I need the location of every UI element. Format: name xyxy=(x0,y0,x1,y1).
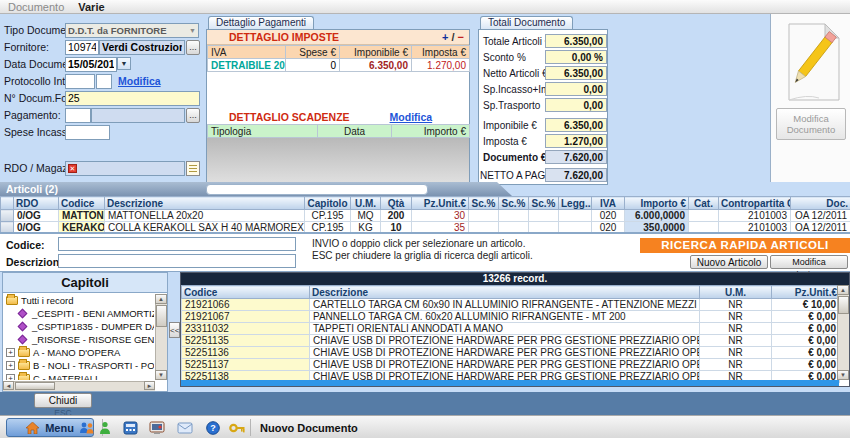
scadenze-col-importo[interactable]: Importo € xyxy=(392,125,470,138)
pagamento-desc-field[interactable] xyxy=(91,108,185,123)
record-row[interactable]: 52251137 CHIAVE USB DI PROTEZIONE HARDWA… xyxy=(182,359,840,371)
imposte-col-spese[interactable]: Spese € xyxy=(286,46,340,59)
scroll-thumb[interactable] xyxy=(838,296,849,314)
netto-a-pagare-value: 7.620,00 xyxy=(545,168,607,182)
col-doc[interactable]: Doc. xyxy=(791,197,850,210)
tree-item-materiali[interactable]: + C - MATERIALI xyxy=(4,372,154,380)
mail-icon[interactable] xyxy=(176,419,193,436)
expand-plus-icon[interactable]: + xyxy=(6,361,15,370)
rdo-field[interactable]: ✕ xyxy=(65,161,185,176)
scadenze-modifica-link[interactable]: Modifica xyxy=(390,111,433,123)
col-descrizione[interactable]: Descrizione xyxy=(105,197,305,210)
scroll-down-icon[interactable]: ▼ xyxy=(837,370,849,380)
col-importo[interactable]: Importo € xyxy=(625,197,689,210)
record-row[interactable]: 23311032 TAPPETI ORIENTALI ANNODATI A MA… xyxy=(182,323,840,335)
tree-item-csptip1835[interactable]: _CSPTIP1835 - DUMPER DA CAVA xyxy=(4,320,154,333)
scadenze-col-tipologia[interactable]: Tipologia xyxy=(208,125,318,138)
tree-item-root[interactable]: Tutti i record xyxy=(4,294,154,307)
tab-dettaglio-pagamenti[interactable]: Dettaglio Pagamenti xyxy=(208,16,314,29)
col-rdo[interactable]: RDO xyxy=(14,197,59,210)
col-cat[interactable]: Cat. xyxy=(689,197,719,210)
scroll-left-icon[interactable]: ◄ xyxy=(3,381,14,390)
scroll-down-icon[interactable]: ▼ xyxy=(155,370,167,380)
scroll-up-icon[interactable]: ▲ xyxy=(155,294,167,304)
imposte-col-imponibile[interactable]: Imponibile € xyxy=(340,46,412,59)
menu-varie[interactable]: Varie xyxy=(78,1,104,13)
articoli-row-1[interactable]: 0/OG MATTON MATTONELLA 20x20 CP.195 MQ 2… xyxy=(1,210,850,222)
pagamento-code-field[interactable] xyxy=(65,108,91,123)
protocollo-field-2[interactable] xyxy=(96,74,112,89)
col-pzunit[interactable]: Pz.Unit.€ xyxy=(412,197,469,210)
rec-col-pzunit[interactable]: Pz.Unit.€ xyxy=(772,286,840,299)
imposte-col-iva[interactable]: IVA xyxy=(208,46,286,59)
chiudi-button[interactable]: Chiudi xyxy=(34,393,92,408)
col-sc2[interactable]: Sc.% xyxy=(499,197,529,210)
protocollo-field-1[interactable] xyxy=(65,74,95,89)
scadenze-col-data[interactable]: Data xyxy=(318,125,392,138)
protocollo-modifica-link[interactable]: Modifica xyxy=(118,75,161,87)
clear-x-icon[interactable]: ✕ xyxy=(68,164,77,173)
codice-input[interactable] xyxy=(58,237,296,251)
key-icon[interactable] xyxy=(228,419,245,436)
col-codice[interactable]: Codice xyxy=(59,197,105,210)
calculator-icon[interactable] xyxy=(122,419,139,436)
row-selector[interactable] xyxy=(1,210,14,222)
imposte-col-imposta[interactable]: Imposta € xyxy=(412,46,470,59)
scroll-thumb[interactable] xyxy=(156,305,167,327)
col-iva[interactable]: IVA xyxy=(592,197,625,210)
col-sc3[interactable]: Sc.% xyxy=(529,197,559,210)
record-row[interactable]: 52251135 CHIAVE USB DI PROTEZIONE HARDWA… xyxy=(182,335,840,347)
rec-col-um[interactable]: U.M. xyxy=(700,286,772,299)
fornitore-name-field[interactable] xyxy=(99,40,185,55)
modifica-selezionato-button[interactable]: Modifica Selezionato xyxy=(770,255,848,269)
menu-documento[interactable]: Documento xyxy=(8,1,64,13)
tree-item-mano-dopera[interactable]: + A - MANO D'OPERA xyxy=(4,346,154,359)
rec-col-descrizione[interactable]: Descrizione xyxy=(310,286,700,299)
data-dropdown-button[interactable]: ▼ xyxy=(117,57,131,70)
record-row[interactable]: 21921066 CARTELLO TARGA CM 60x90 IN ALLU… xyxy=(182,299,840,311)
scroll-right-icon[interactable]: ► xyxy=(144,381,155,390)
help-icon[interactable]: ? xyxy=(204,419,221,436)
user-icon[interactable] xyxy=(96,419,113,436)
sconto-value[interactable]: 0,00 % xyxy=(545,50,607,64)
scroll-thumb[interactable] xyxy=(15,382,55,390)
col-legg[interactable]: Legg... xyxy=(559,197,592,210)
fornitore-browse-button[interactable]: ... xyxy=(186,40,200,55)
users-icon[interactable] xyxy=(78,419,95,436)
record-row[interactable]: 52251136 CHIAVE USB DI PROTEZIONE HARDWA… xyxy=(182,347,840,359)
num-docum-field[interactable] xyxy=(65,91,200,106)
record-row[interactable]: 21921067 PANNELLO TARGA CM. 60x20 ALLUMI… xyxy=(182,311,840,323)
monitor-icon[interactable] xyxy=(148,419,165,436)
rdo-list-button[interactable] xyxy=(186,161,200,176)
col-capitolo[interactable]: Capitolo xyxy=(305,197,351,210)
expand-plus-icon[interactable]: + xyxy=(6,374,15,380)
expand-plus-icon[interactable]: + xyxy=(6,348,15,357)
modifica-documento-button[interactable]: Modifica Documento xyxy=(776,108,846,140)
spese-incasso-field[interactable] xyxy=(65,125,110,140)
descrizione-input[interactable] xyxy=(58,254,296,268)
add-row-icon[interactable]: + xyxy=(442,31,448,43)
tipo-documento-select[interactable]: D.D.T. da FORNITORE ▼ xyxy=(65,23,199,38)
sp-trasporto-value[interactable]: 0,00 xyxy=(545,98,607,112)
col-sc1[interactable]: Sc.% xyxy=(469,197,499,210)
imposte-row[interactable]: DETRAIBILE 20% 0 6.350,00 1.270,00 xyxy=(208,59,470,72)
data-documento-field[interactable] xyxy=(65,57,117,72)
tree-vertical-scrollbar[interactable]: ▲ ▼ xyxy=(155,294,167,380)
nuovo-articolo-button[interactable]: Nuovo Articolo xyxy=(690,255,768,269)
col-contropartita[interactable]: Contropartita C xyxy=(719,197,791,210)
tree-item-risorse[interactable]: _RISORSE - RISORSE GENERICHE xyxy=(4,333,154,346)
sp-incasso-value[interactable]: 0,00 xyxy=(545,82,607,96)
remove-row-icon[interactable]: − xyxy=(458,31,464,43)
tree-item-cespiti[interactable]: _CESPITI - BENI AMMORTIZZABILI xyxy=(4,307,154,320)
fornitore-code-field[interactable] xyxy=(65,40,99,55)
col-um[interactable]: U.M. xyxy=(351,197,381,210)
tab-totali-documento[interactable]: Totali Documento xyxy=(480,16,573,29)
tree-item-noli[interactable]: + B - NOLI - TRASPORTI - PONTEGGI xyxy=(4,359,154,372)
records-vertical-scrollbar[interactable]: ▲ ▼ xyxy=(837,285,849,380)
scroll-up-icon[interactable]: ▲ xyxy=(837,285,849,295)
pagamento-browse-button[interactable]: ... xyxy=(186,108,200,123)
rec-col-codice[interactable]: Codice xyxy=(182,286,310,299)
collapse-tree-button[interactable]: << xyxy=(169,322,180,338)
tree-horizontal-scrollbar[interactable]: ◄ ► xyxy=(3,381,155,391)
col-qta[interactable]: Qtà xyxy=(381,197,412,210)
